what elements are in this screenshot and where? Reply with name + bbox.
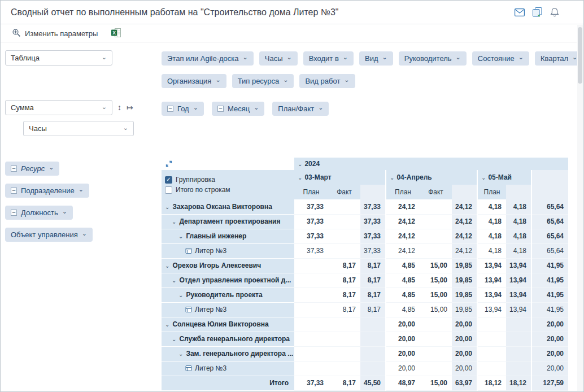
chip-label: Подразделение [21, 186, 75, 195]
row-label-cell[interactable]: ⌄Служба генерального директора [162, 332, 294, 346]
row-dim-chip-2[interactable]: −Должность⌄ [5, 206, 73, 220]
move-horizontal-icon[interactable]: ↦ [127, 102, 133, 112]
edit-parameters-button[interactable]: Изменить параметры [10, 27, 100, 40]
row-label-cell[interactable]: ⌄Орехов Игорь Алексеевич [162, 258, 294, 273]
value-cell: 37,33 [360, 243, 386, 258]
value-cell [360, 346, 386, 361]
checkbox-checked[interactable]: ✓ [165, 176, 172, 184]
export-excel-button[interactable]: X [109, 27, 123, 40]
value-cell: 37,33 [360, 199, 386, 214]
value-cell: 19,85 [452, 302, 477, 317]
copy-icon[interactable] [531, 6, 543, 19]
aggregate-select[interactable]: Сумма ⌄ [5, 100, 112, 115]
chevron-down-icon[interactable]: ⌄ [298, 175, 302, 181]
value-cell [360, 361, 386, 376]
mail-icon[interactable] [513, 6, 526, 19]
row-label-cell[interactable]: ⌄Руководитель проекта [162, 288, 294, 302]
search-settings-icon [12, 28, 21, 39]
checkbox-unchecked[interactable] [165, 186, 172, 194]
chevron-down-icon[interactable]: ⌄ [172, 277, 176, 284]
value-cell: 8,17 [328, 376, 360, 390]
filter-chip-5[interactable]: Состояние⌄ [472, 51, 529, 66]
filter-chip-b1[interactable]: Тип ресурса⌄ [232, 74, 294, 88]
chevron-down-icon[interactable]: ⌄ [178, 292, 183, 298]
chevron-down-icon[interactable]: ⌄ [165, 321, 169, 328]
chip-label: Руководитель [404, 54, 452, 63]
value-cell [477, 361, 506, 376]
year-header[interactable]: ⌄2024 [294, 158, 568, 170]
col-dim-chip-1[interactable]: −Месяц⌄ [212, 102, 264, 116]
table-row: ⌄Департамент проектирования37,3337,3324,… [162, 214, 568, 229]
row-label-cell[interactable]: ⌄Захарова Оксана Викторовна [162, 199, 294, 214]
chevron-down-icon[interactable]: ⌄ [481, 175, 486, 181]
swap-vertical-icon[interactable]: ↕ [117, 102, 121, 112]
bell-icon[interactable] [548, 6, 561, 19]
collapse-minus-icon[interactable]: − [167, 106, 173, 112]
chevron-down-icon[interactable]: ⌄ [172, 336, 176, 342]
collapse-minus-icon[interactable]: − [217, 106, 224, 112]
row-label-cell[interactable]: ⌄Солнцева Юлия Викторовна [162, 317, 294, 332]
filter-chip-0[interactable]: Этап или Agile-доска⌄ [162, 51, 254, 66]
pivot-corner: ✓ГруппировкаИтого по строкам [162, 158, 294, 199]
row-label-cell[interactable]: ⌄Зам. генерального директора ... [162, 346, 294, 361]
row-label-cell[interactable]: ⌄Главный инженер [162, 229, 294, 243]
page-title: Сводный отчет по выполненным работам на … [11, 7, 513, 18]
row-label: Солнцева Юлия Викторовна [172, 320, 268, 328]
collapse-minus-icon[interactable]: − [11, 165, 17, 172]
checkbox-label: Итого по строкам [176, 186, 230, 194]
value-cell: 8,17 [328, 273, 360, 288]
value-cell: 37,33 [294, 243, 328, 258]
month-header[interactable]: ⌄04-Апрель [386, 170, 477, 185]
value-cell [328, 199, 360, 214]
view-type-select[interactable]: Таблица ⌄ [5, 50, 112, 66]
chevron-down-icon[interactable]: ⌄ [178, 351, 183, 357]
chevron-down-icon[interactable]: ⌄ [165, 204, 169, 210]
chevron-down-icon[interactable]: ⌄ [172, 219, 176, 225]
value-cell [506, 317, 531, 332]
collapse-minus-icon[interactable]: − [11, 210, 17, 216]
value-cell [328, 214, 360, 229]
scrollbar-thumb[interactable] [578, 27, 582, 84]
expand-icon[interactable] [165, 160, 173, 168]
corner-top [162, 158, 294, 170]
vertical-scrollbar[interactable] [577, 25, 583, 391]
measure-select[interactable]: Часы ⌄ [23, 121, 134, 136]
view-type-value: Таблица [11, 54, 40, 62]
filter-chip-6[interactable]: Квартал⌄ [535, 51, 583, 66]
chevron-down-icon[interactable]: ⌄ [298, 161, 302, 167]
col-dim-chip-0[interactable]: −Год⌄ [162, 102, 204, 116]
chevron-down-icon[interactable]: ⌄ [390, 175, 394, 181]
value-cell [294, 302, 328, 317]
value-cell: 15,00 [420, 288, 452, 302]
filter-chip-1[interactable]: Часы⌄ [259, 51, 298, 66]
chevron-down-icon[interactable]: ⌄ [165, 263, 169, 269]
col-dim-chip-2[interactable]: План/Факт⌄ [272, 102, 329, 116]
filter-chip-b0[interactable]: Организация⌄ [162, 74, 226, 88]
row-label-cell[interactable]: ⌄Отдел управления проектной д... [162, 273, 294, 288]
chip-label: Входит в [309, 54, 339, 63]
option-grouping[interactable]: ✓Группировка [165, 176, 294, 184]
row-dim-chip-1[interactable]: −Подразделение⌄ [5, 184, 89, 198]
chevron-down-icon: ⌄ [102, 54, 107, 61]
value-cell [294, 361, 328, 376]
value-cell: 41,95 [531, 302, 568, 317]
value-cell [360, 317, 386, 332]
month-header[interactable]: ⌄05-Май [477, 170, 531, 185]
table-row: Литер №320,0020,0020,00 [162, 361, 568, 376]
month-header[interactable]: ⌄03-Март [294, 170, 386, 185]
value-cell [420, 243, 452, 258]
row-dim-chip-0[interactable]: −Ресурс⌄ [5, 162, 59, 176]
chevron-down-icon: ⌄ [123, 124, 128, 132]
filter-chip-4[interactable]: Руководитель⌄ [399, 51, 467, 66]
row-dim-chip-3[interactable]: Объект управления⌄ [5, 228, 93, 242]
filter-chip-2[interactable]: Входит в⌄ [303, 51, 354, 66]
chip-label: Объект управления [11, 230, 78, 239]
value-cell: 24,12 [452, 229, 477, 243]
option-row-totals[interactable]: Итого по строкам [165, 186, 294, 194]
filter-chip-3[interactable]: Вид⌄ [359, 51, 393, 66]
chevron-down-icon[interactable]: ⌄ [178, 233, 183, 239]
collapse-minus-icon[interactable]: − [11, 188, 17, 194]
row-label-cell[interactable]: ⌄Департамент проектирования [162, 214, 294, 229]
filter-chip-b2[interactable]: Вид работ⌄ [299, 74, 355, 88]
column-header: План [477, 185, 506, 199]
